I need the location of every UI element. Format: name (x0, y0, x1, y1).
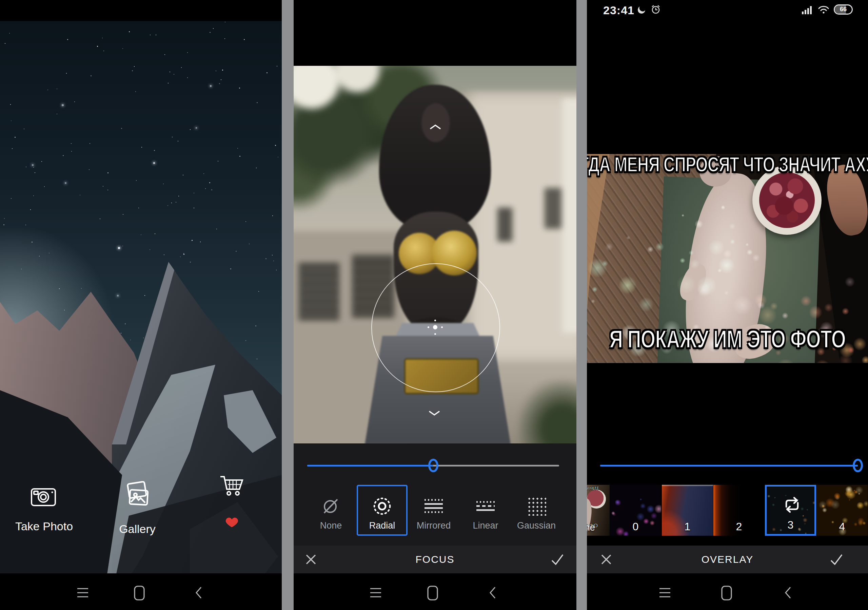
dnd-moon-icon (636, 5, 646, 16)
home-button[interactable] (427, 585, 439, 602)
battery-percent-text: 66 (835, 6, 852, 13)
overlay-slider-thumb[interactable] (853, 459, 863, 472)
recents-button[interactable] (369, 585, 383, 602)
blur-linear-icon (462, 492, 510, 519)
panel-divider (282, 0, 294, 610)
shop-button[interactable] (214, 474, 251, 539)
clock-text: 23:41 (603, 4, 634, 17)
cart-icon (219, 474, 245, 499)
blur-radial-icon (358, 492, 406, 519)
blur-gaussian-icon (512, 492, 561, 519)
meme-top-text: КОГДА МЕНЯ СПРОСЯТ ЧТО ЗНАЧИТ АХУЕЛ (587, 154, 868, 176)
overlay-opacity-slider[interactable] (600, 465, 858, 467)
screen-focus-editor: None Radial Mirrored Linear Gaussian (294, 0, 577, 610)
focus-bottom-handle-icon[interactable] (429, 411, 440, 417)
screen-overlay-editor: 23:41 (587, 0, 868, 610)
meme-image: КОГДА МЕНЯ СПРОСЯТ ЧТО ЗНАЧИТ АХУЕЛ Я ПО… (587, 154, 868, 363)
mini-meme-top-text: ЧТО ЗНАЧИТ (587, 486, 610, 491)
option-label: Radial (358, 520, 406, 531)
overlay-thumb-4[interactable]: 4 (817, 485, 868, 536)
tool-title: OVERLAY (587, 554, 868, 565)
none-thumb-label: None (587, 523, 610, 533)
recents-button[interactable] (76, 585, 90, 602)
overlay-thumb-3-selected[interactable]: 3 (765, 485, 816, 536)
home-button[interactable] (133, 585, 145, 602)
take-photo-label: Take Photo (14, 520, 74, 533)
blur-none-icon (307, 492, 355, 519)
camera-icon (31, 484, 56, 508)
focus-slider-fill (307, 465, 433, 467)
focus-option-none[interactable]: None (305, 485, 356, 536)
overlay-thumb-0[interactable]: 0 (610, 485, 661, 536)
wifi-icon (817, 5, 830, 16)
focus-center-handle[interactable] (428, 320, 442, 335)
option-label: Linear (462, 520, 510, 531)
focus-option-linear[interactable]: Linear (460, 485, 511, 536)
focus-top-handle-icon[interactable] (429, 124, 441, 131)
back-button[interactable] (194, 585, 203, 602)
loop-icon (782, 496, 802, 515)
panel-divider (577, 0, 587, 610)
confirm-icon[interactable] (830, 553, 843, 567)
top-letterbox (0, 0, 282, 21)
meme-bottom-text: Я ПОКАЖУ ИМ ЭТО ФОТО (587, 324, 868, 354)
option-label: None (307, 520, 355, 531)
overlay-slider-fill (600, 465, 858, 467)
option-label: Gaussian (512, 520, 561, 531)
recents-button[interactable] (658, 585, 672, 602)
confirm-icon[interactable] (551, 553, 564, 567)
focus-action-bar: FOCUS (294, 546, 577, 573)
overlay-thumb-2[interactable]: 2 (713, 485, 764, 536)
thumb-number: 1 (662, 520, 713, 533)
focus-option-radial[interactable]: Radial (357, 485, 408, 536)
take-photo-button[interactable]: Take Photo (14, 482, 74, 539)
statue-photo (294, 66, 577, 444)
option-label: Mirrored (409, 520, 458, 531)
overlay-thumb-none[interactable]: ЧТО ЗНАЧИТ М ЭТО ФО None (587, 485, 610, 536)
overlay-action-bar: OVERLAY (587, 546, 868, 573)
tool-title: FOCUS (294, 554, 577, 565)
thumb-number: 2 (713, 520, 764, 533)
heart-icon (225, 517, 239, 531)
focus-option-mirrored[interactable]: Mirrored (408, 485, 459, 536)
signal-icon (801, 5, 814, 16)
blur-mirrored-icon (409, 492, 458, 519)
gallery-icon (124, 481, 152, 509)
overlay-thumbnail-strip: ЧТО ЗНАЧИТ М ЭТО ФО None 0 1 2 (587, 485, 868, 536)
screen-photo-picker: Take Photo Gallery (0, 0, 282, 610)
home-button[interactable] (721, 585, 732, 602)
overlay-thumb-1[interactable]: 1 (662, 485, 713, 536)
alarm-icon (651, 5, 661, 16)
battery-icon: 66 (834, 5, 853, 15)
back-button[interactable] (783, 585, 793, 602)
focus-slider-thumb[interactable] (428, 459, 439, 472)
screenshot-root: Take Photo Gallery (0, 0, 868, 610)
status-bar: 23:41 (587, 0, 868, 20)
focus-option-gaussian[interactable]: Gaussian (511, 485, 562, 536)
gallery-button[interactable]: Gallery (107, 479, 168, 540)
gallery-label: Gallery (107, 523, 168, 536)
back-button[interactable] (488, 585, 498, 602)
